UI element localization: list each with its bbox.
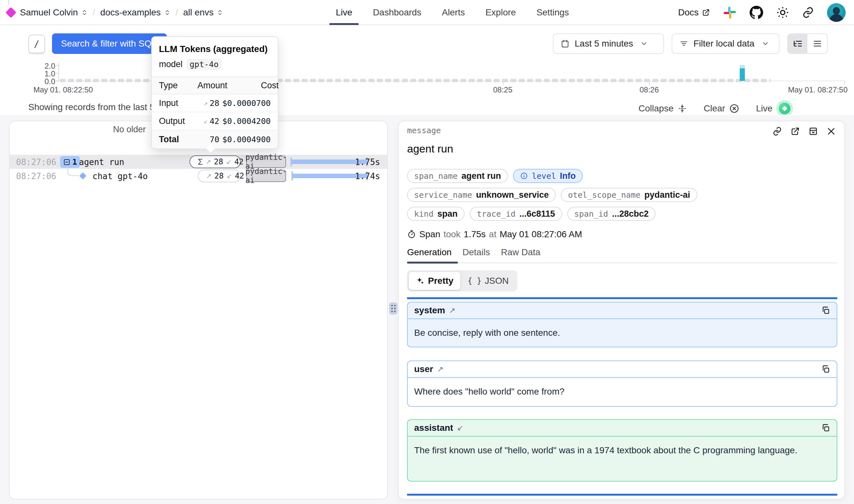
dock-bottom-icon [808,126,818,136]
token-usage-pill[interactable]: Σ ↗28 ↙42 [189,155,241,168]
tree-view-toggle[interactable] [788,34,807,53]
env-selector[interactable]: all envs [183,7,223,18]
attr-key: otel_scope_name [568,191,640,200]
tab-details[interactable]: Details [462,247,490,262]
attr-service-name[interactable]: service_name unknown_service [407,188,556,202]
span-diamond-icon [79,173,87,180]
attr-kind[interactable]: kind span [407,207,465,221]
timeline-bar[interactable] [740,65,745,81]
live-indicator-orb [776,100,793,117]
attr-key: service_name [414,191,472,200]
close-panel-button[interactable] [826,126,836,136]
theme-toggle-button[interactable] [776,6,789,19]
attr-otel-scope[interactable]: otel_scope_name pydantic-ai [561,188,697,202]
input-arrow: ↗ [206,172,212,180]
stopwatch-icon [407,230,416,239]
copy-button[interactable] [821,424,830,432]
square-minus-icon [63,158,71,166]
scope-tag[interactable]: pydantic-ai [246,156,286,168]
y-tick [56,73,58,73]
nav-explore[interactable]: Explore [484,0,518,25]
active-tab-indicator [407,262,458,264]
output-tokens: 42 [234,157,244,166]
link-icon [802,6,814,19]
time-range-dropdown[interactable]: Last 5 minutes [553,33,664,54]
attribute-pills-row: kind span trace_id ...6c8115 span_id ...… [407,207,656,221]
took-span-word: Span [419,229,440,239]
copy-link-button[interactable] [773,126,782,136]
panel-resize-handle[interactable] [389,302,398,314]
tab-raw-data[interactable]: Raw Data [501,247,540,262]
slack-button[interactable] [723,6,737,19]
attribute-pills-row: span_name agent run level Info [407,169,583,183]
chevrons-updown-icon [81,9,88,16]
avatar-silhouette [829,14,843,22]
duration-value: 1.75s [355,157,380,167]
logfire-logo-icon [5,7,16,18]
y-tick [56,80,58,81]
tree-connector [68,166,78,176]
attr-value: pydantic-ai [644,190,690,200]
filter-local-value: Filter local data [693,38,755,49]
details-panel-actions [773,126,836,136]
trace-row-agent-run[interactable]: 08:27:06 1 agent run Σ ↗28 ↙42 pydantic-… [10,155,387,169]
tree-view-icon [793,39,803,49]
project-selector[interactable]: docs-examples [100,7,170,18]
search-filter-sql-button[interactable]: Search & filter with SQ [52,33,167,54]
pretty-toggle[interactable]: Pretty [409,272,460,290]
scope-tag[interactable]: pydantic-ai [246,170,286,182]
trace-row-chat-gpt4o[interactable]: 08:27:06 chat gpt-4o ↗28 ↙42 pydantic-ai… [10,169,387,183]
breadcrumb-separator: / [93,7,95,18]
copy-button[interactable] [821,365,830,374]
close-icon [826,126,836,136]
input-arrow: ↗ [204,99,208,107]
github-button[interactable] [749,5,763,20]
attr-level[interactable]: level Info [513,169,583,183]
scroll-top-rule [407,297,837,299]
showing-records-text: Showing records from the last 5 m [28,102,165,112]
y-tick-label: 0.0 [38,77,55,86]
docs-link[interactable]: Docs [678,7,710,18]
open-in-new-button[interactable] [791,126,800,136]
chevron-down-icon [762,40,769,48]
share-link-button[interactable] [802,6,814,19]
info-circle-icon [520,172,528,180]
col-type: Type [159,80,197,91]
collapse-icon [677,104,687,113]
sigma-aggregate: Σ [198,157,203,167]
llm-tokens-tooltip: LLM Tokens (aggregated) model gpt-4o Typ… [151,36,278,149]
avatar-silhouette [833,7,840,15]
org-name: Samuel Colvin [20,7,78,18]
attr-trace-id[interactable]: trace_id ...6c8115 [470,207,562,221]
copy-button[interactable] [821,306,830,315]
x-tick-label: 08:25 [493,85,512,94]
token-usage-pill[interactable]: ↗28 ↙42 [198,169,241,182]
clear-button[interactable]: Clear [704,103,739,114]
row-cost: $0.0000700 [219,98,271,108]
message-card-assistant: assistant ↙ The first known use of "hell… [407,419,837,482]
copy-icon [821,365,830,374]
dock-panel-button[interactable] [808,126,818,136]
org-selector[interactable]: Samuel Colvin [20,7,88,18]
collapse-button[interactable]: Collapse [639,103,687,114]
user-avatar[interactable] [827,3,846,22]
tab-generation[interactable]: Generation [407,247,452,262]
output-arrow: ↙ [204,117,208,125]
role-label: system [414,305,445,316]
attr-span-id[interactable]: span_id ...28cbc2 [567,207,656,221]
timeline-bar-cap [740,65,745,68]
took-at-word: at [489,229,496,239]
nav-alerts[interactable]: Alerts [440,0,467,25]
live-toggle[interactable]: Live [756,100,793,117]
nav-dashboards[interactable]: Dashboards [371,0,423,25]
nav-live[interactable]: Live [334,0,354,25]
json-toggle[interactable]: { } JSON [460,272,515,290]
slash-shortcut-key[interactable]: / [28,35,45,53]
nav-settings[interactable]: Settings [534,0,571,25]
filter-local-data-dropdown[interactable]: Filter local data [672,33,780,54]
output-arrow: ↙ [227,172,232,180]
attr-key: span_id [574,209,608,219]
list-view-toggle[interactable] [807,34,827,53]
attr-span-name[interactable]: span_name agent run [407,169,508,183]
duration-value: 1.74s [355,172,380,181]
